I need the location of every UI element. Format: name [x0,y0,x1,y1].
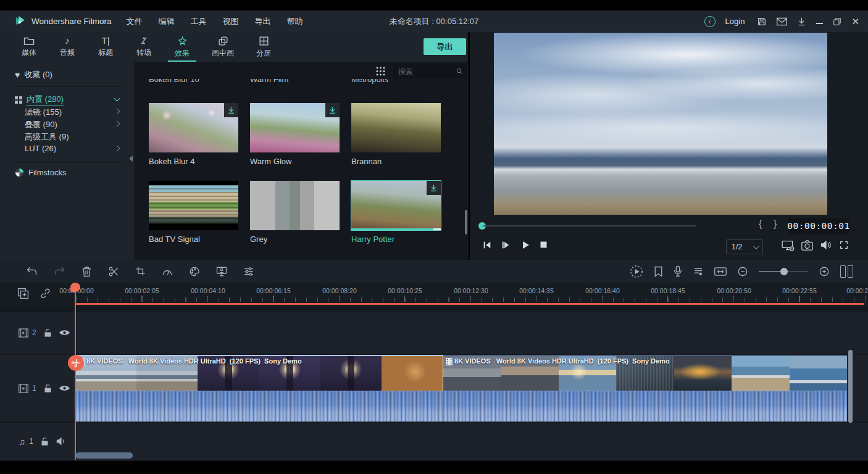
timeline-horizontal-scrollbar[interactable] [75,452,133,459]
timeline-ruler[interactable]: 00:00:00:00 00:00:02:05 00:00:04:10 00:0… [0,283,868,307]
adjust-icon[interactable] [243,266,254,277]
info-icon[interactable]: i [704,16,716,27]
play-button[interactable] [520,240,530,250]
stop-button[interactable] [539,240,548,249]
redo-icon[interactable] [54,266,65,276]
split-at-playhead-button[interactable] [68,355,84,371]
link-clips-icon[interactable] [40,288,51,299]
grid-view-icon[interactable] [376,67,385,76]
add-track-icon[interactable] [17,288,29,299]
timeline-clip-1[interactable]: 8K VIDEOS World 8K Videos HDR UltraHD (1… [75,356,443,421]
search-box [393,64,467,78]
tab-audio[interactable]: ♪ 音频 [48,32,86,62]
sidebar-item-advanced-tools[interactable]: 高级工具 (9) [25,131,69,143]
download-update-icon[interactable] [797,17,806,27]
zoom-out-icon[interactable] [737,266,748,277]
menu-edit[interactable]: 编辑 [159,16,175,27]
search-icon[interactable] [456,67,463,75]
tab-split-screen[interactable]: 分屏 [244,32,283,62]
chevron-down-icon [753,243,759,249]
next-frame-button[interactable] [501,240,511,250]
playhead[interactable] [75,283,76,460]
zoom-slider-handle[interactable] [780,268,788,275]
undo-icon[interactable] [26,266,38,276]
restore-button[interactable] [833,17,841,26]
ruler-label: 00:00:06:15 [256,287,290,294]
delete-icon[interactable] [81,266,92,277]
seek-bar[interactable] [483,225,696,227]
tab-effects[interactable]: 效果 [163,32,201,62]
sidebar-item-overlays[interactable]: 叠覆 (90) [25,119,57,130]
tab-media[interactable]: 媒体 [10,32,48,62]
render-preview-icon[interactable] [630,265,643,278]
effect-card-brannan[interactable]: Brannan [351,103,441,166]
audio-mixer-icon[interactable] [693,266,704,277]
motion-tracking-icon[interactable] [216,266,227,277]
export-button[interactable]: 导出 [424,38,466,55]
mute-speaker-icon[interactable] [56,437,66,446]
menu-file[interactable]: 文件 [127,16,143,27]
save-icon[interactable] [757,17,767,27]
mark-out-icon[interactable]: } [774,218,777,230]
close-button[interactable]: ✕ [851,17,859,26]
lock-icon[interactable] [41,437,49,446]
previous-frame-button[interactable] [482,240,492,250]
timeline-vertical-scrollbar[interactable] [848,350,853,423]
video-track-2[interactable]: 2 [0,312,868,354]
panel-layout-icon[interactable] [840,265,853,278]
fit-timeline-icon[interactable] [714,267,727,276]
effect-card-warm-glow[interactable]: Warm Glow [250,103,340,166]
fullscreen-icon[interactable] [839,240,849,250]
eye-icon[interactable] [59,329,70,336]
menu-view[interactable]: 视图 [223,16,239,27]
menu-export[interactable]: 导出 [255,16,271,27]
playhead-handle[interactable] [70,283,80,292]
effect-card-grey[interactable]: Grey [250,181,340,244]
audio-track-1-header: ♫ 1 [0,423,74,460]
split-scissors-icon[interactable] [108,266,119,277]
sidebar-item-filters[interactable]: 滤镜 (155) [25,107,62,118]
titles-icon: T| [101,36,109,46]
effect-card-harry-potter[interactable]: Harry Potter [351,181,441,244]
sidebar-item-lut[interactable]: LUT (26) [25,144,56,153]
minimize-button[interactable] [816,23,823,24]
voiceover-mic-icon[interactable] [674,265,682,277]
lock-icon[interactable] [44,384,52,393]
sidebar-item-filmstocks[interactable]: Filmstocks [15,168,66,177]
sidebar-item-builtin[interactable]: 内置 (280) [15,94,64,106]
tab-transitions[interactable]: 转场 [125,32,163,62]
chevron-right-icon[interactable] [114,109,120,115]
tab-titles[interactable]: T| 标题 [86,32,125,62]
effects-scrollbar[interactable] [465,210,467,235]
chevron-right-icon[interactable] [114,146,120,152]
crop-icon[interactable] [135,266,146,276]
menu-tools[interactable]: 工具 [191,16,207,27]
marker-icon[interactable] [654,266,663,277]
preview-quality-dropdown[interactable]: 1/2 [726,239,763,254]
login-button[interactable]: Login [725,17,745,26]
ruler-label: 00:00:16:40 [585,287,619,294]
chevron-right-icon[interactable] [114,121,120,127]
search-input[interactable] [393,67,456,76]
collapse-panel-icon[interactable] [129,156,133,162]
speed-icon[interactable] [162,267,173,276]
sidebar-item-favorites[interactable]: ♥ 收藏 (0) [15,69,52,80]
effect-card-bad-tv-signal[interactable]: Bad TV Signal [149,181,238,244]
zoom-in-icon[interactable] [819,266,830,277]
mail-icon[interactable] [777,17,787,26]
audio-icon: ♪ [65,36,70,46]
color-icon[interactable] [189,266,200,277]
chevron-down-icon[interactable] [114,96,120,102]
mark-in-icon[interactable]: { [759,218,762,230]
tab-pip[interactable]: 画中画 [201,32,244,62]
display-settings-icon[interactable] [782,240,795,251]
snapshot-camera-icon[interactable] [801,240,813,251]
volume-icon[interactable] [820,240,832,250]
lock-icon[interactable] [44,328,52,338]
menu-help[interactable]: 帮助 [287,16,303,27]
timeline-zoom-slider[interactable] [759,271,808,272]
clip-media-icon [446,358,453,365]
timeline-clip-2[interactable]: 8K VIDEOS World 8K Videos HDR UltraHD (1… [443,356,847,421]
eye-icon[interactable] [59,385,70,392]
effect-card-bokeh-blur-4[interactable]: Bokeh Blur 4 [149,103,238,166]
